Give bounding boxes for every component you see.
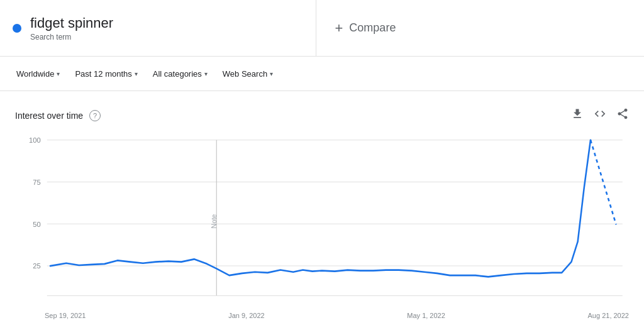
chart-title-text: Interest over time <box>15 111 83 121</box>
search-type-chevron: ▾ <box>270 70 273 77</box>
search-type-label: Web Search <box>223 69 267 79</box>
share-icon[interactable] <box>616 107 629 123</box>
location-filter[interactable]: Worldwide ▾ <box>10 65 66 82</box>
search-term-subtitle: Search term <box>30 33 113 41</box>
timeframe-filter[interactable]: Past 12 months ▾ <box>69 65 143 82</box>
embed-icon[interactable] <box>594 107 606 123</box>
compare-plus: + <box>335 20 343 36</box>
x-label-sep: Sep 19, 2021 <box>45 312 86 319</box>
compare-box[interactable]: + Compare <box>316 0 645 56</box>
search-term-text: fidget spinner Search term <box>30 15 113 41</box>
svg-text:50: 50 <box>33 220 40 228</box>
filter-bar: Worldwide ▾ Past 12 months ▾ All categor… <box>0 57 644 91</box>
x-axis-labels: Sep 19, 2021 Jan 9, 2022 May 1, 2022 Aug… <box>10 309 634 319</box>
compare-label: Compare <box>349 21 396 35</box>
interest-chart: 100 75 50 25 Note <box>15 133 629 309</box>
chart-actions <box>571 107 629 123</box>
svg-text:75: 75 <box>33 178 40 186</box>
search-type-filter[interactable]: Web Search ▾ <box>216 65 279 82</box>
svg-text:100: 100 <box>29 136 41 144</box>
search-term-title: fidget spinner <box>30 15 113 31</box>
header-area: fidget spinner Search term + Compare <box>0 0 644 57</box>
timeframe-label: Past 12 months <box>75 69 131 79</box>
timeframe-chevron: ▾ <box>135 70 138 77</box>
chart-container: Interest over time ? 100 75 50 <box>10 97 634 329</box>
location-label: Worldwide <box>16 69 54 79</box>
categories-chevron: ▾ <box>204 70 208 77</box>
download-icon[interactable] <box>571 107 584 123</box>
svg-text:Note: Note <box>211 214 218 228</box>
x-label-may: May 1, 2022 <box>407 312 445 319</box>
search-term-dot <box>13 24 21 33</box>
svg-text:25: 25 <box>33 262 40 270</box>
chart-title-group: Interest over time ? <box>15 110 101 121</box>
chart-header: Interest over time ? <box>10 107 634 123</box>
help-icon[interactable]: ? <box>89 110 101 121</box>
x-label-jan: Jan 9, 2022 <box>228 312 265 319</box>
location-chevron: ▾ <box>57 70 60 77</box>
search-term-box: fidget spinner Search term <box>0 0 316 56</box>
x-label-aug: Aug 21, 2022 <box>588 312 629 319</box>
categories-label: All categories <box>153 69 202 79</box>
categories-filter[interactable]: All categories ▾ <box>147 65 214 82</box>
chart-wrapper: 100 75 50 25 Note <box>10 133 634 309</box>
